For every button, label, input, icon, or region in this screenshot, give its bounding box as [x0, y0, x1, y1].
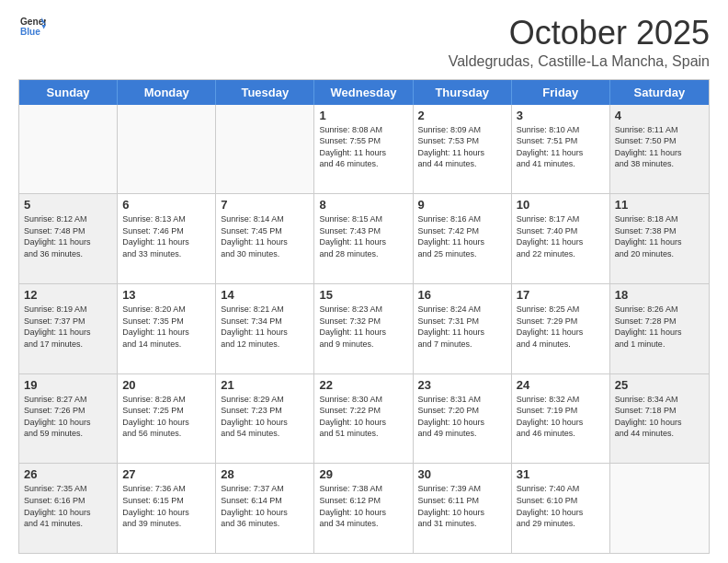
- day-number: 6: [122, 198, 210, 212]
- calendar-cell: 21Sunrise: 8:29 AM Sunset: 7:23 PM Dayli…: [216, 374, 314, 464]
- cell-info: Sunrise: 8:13 AM Sunset: 7:46 PM Dayligh…: [122, 213, 210, 259]
- day-number: 1: [319, 109, 407, 122]
- cell-info: Sunrise: 8:27 AM Sunset: 7:26 PM Dayligh…: [24, 394, 112, 440]
- logo-icon: General Blue: [20, 15, 46, 40]
- cell-info: Sunrise: 8:30 AM Sunset: 7:22 PM Dayligh…: [319, 394, 407, 440]
- page: General Blue October 2025 Valdegrudas, C…: [0, 0, 728, 563]
- day-number: 10: [517, 198, 605, 212]
- title-section: October 2025 Valdegrudas, Castille-La Ma…: [449, 15, 710, 70]
- calendar-cell: [118, 105, 216, 194]
- calendar-cell: 29Sunrise: 7:38 AM Sunset: 6:12 PM Dayli…: [314, 464, 413, 553]
- day-number: 23: [418, 378, 506, 392]
- day-number: 18: [615, 288, 704, 302]
- calendar-cell: 2Sunrise: 8:09 AM Sunset: 7:53 PM Daylig…: [414, 105, 512, 194]
- day-number: 24: [517, 378, 605, 392]
- calendar: SundayMondayTuesdayWednesdayThursdayFrid…: [18, 79, 710, 554]
- cell-info: Sunrise: 7:35 AM Sunset: 6:16 PM Dayligh…: [24, 483, 112, 529]
- calendar-row: 26Sunrise: 7:35 AM Sunset: 6:16 PM Dayli…: [19, 463, 709, 553]
- calendar-cell: [19, 105, 118, 194]
- day-number: 5: [24, 198, 112, 212]
- calendar-cell: 8Sunrise: 8:15 AM Sunset: 7:43 PM Daylig…: [314, 194, 413, 283]
- cell-info: Sunrise: 8:29 AM Sunset: 7:23 PM Dayligh…: [221, 394, 309, 440]
- day-number: 3: [517, 109, 605, 122]
- day-number: 27: [122, 467, 210, 481]
- calendar-cell: 30Sunrise: 7:39 AM Sunset: 6:11 PM Dayli…: [414, 464, 512, 553]
- weekday-header: Thursday: [414, 80, 512, 105]
- calendar-cell: 4Sunrise: 8:11 AM Sunset: 7:50 PM Daylig…: [610, 105, 709, 194]
- day-number: 26: [24, 467, 112, 481]
- cell-info: Sunrise: 8:32 AM Sunset: 7:19 PM Dayligh…: [517, 394, 605, 440]
- cell-info: Sunrise: 8:08 AM Sunset: 7:55 PM Dayligh…: [319, 124, 407, 170]
- calendar-cell: 25Sunrise: 8:34 AM Sunset: 7:18 PM Dayli…: [610, 374, 709, 464]
- cell-info: Sunrise: 7:36 AM Sunset: 6:15 PM Dayligh…: [122, 483, 210, 529]
- day-number: 29: [319, 467, 407, 481]
- day-number: 28: [221, 467, 309, 481]
- weekday-header: Wednesday: [314, 80, 413, 105]
- weekday-header: Monday: [118, 80, 216, 105]
- day-number: 31: [517, 467, 605, 481]
- day-number: 8: [319, 198, 407, 212]
- calendar-cell: 3Sunrise: 8:10 AM Sunset: 7:51 PM Daylig…: [512, 105, 610, 194]
- calendar-cell: 1Sunrise: 8:08 AM Sunset: 7:55 PM Daylig…: [314, 105, 413, 194]
- weekday-header: Tuesday: [216, 80, 314, 105]
- calendar-cell: 5Sunrise: 8:12 AM Sunset: 7:48 PM Daylig…: [19, 194, 118, 283]
- calendar-body: 1Sunrise: 8:08 AM Sunset: 7:55 PM Daylig…: [19, 105, 709, 553]
- calendar-cell: 7Sunrise: 8:14 AM Sunset: 7:45 PM Daylig…: [216, 194, 314, 283]
- day-number: 7: [221, 198, 309, 212]
- calendar-cell: 23Sunrise: 8:31 AM Sunset: 7:20 PM Dayli…: [414, 374, 512, 464]
- cell-info: Sunrise: 7:37 AM Sunset: 6:14 PM Dayligh…: [221, 483, 309, 529]
- cell-info: Sunrise: 8:12 AM Sunset: 7:48 PM Dayligh…: [24, 213, 112, 259]
- day-number: 17: [517, 288, 605, 302]
- day-number: 11: [615, 198, 704, 212]
- calendar-cell: [216, 105, 314, 194]
- weekday-header: Sunday: [19, 80, 118, 105]
- cell-info: Sunrise: 8:19 AM Sunset: 7:37 PM Dayligh…: [24, 304, 112, 350]
- svg-marker-3: [41, 25, 46, 29]
- calendar-cell: 10Sunrise: 8:17 AM Sunset: 7:40 PM Dayli…: [512, 194, 610, 283]
- cell-info: Sunrise: 8:26 AM Sunset: 7:28 PM Dayligh…: [615, 304, 704, 350]
- calendar-cell: 27Sunrise: 7:36 AM Sunset: 6:15 PM Dayli…: [118, 464, 216, 553]
- cell-info: Sunrise: 8:15 AM Sunset: 7:43 PM Dayligh…: [319, 213, 407, 259]
- cell-info: Sunrise: 7:39 AM Sunset: 6:11 PM Dayligh…: [418, 483, 506, 529]
- calendar-cell: 15Sunrise: 8:23 AM Sunset: 7:32 PM Dayli…: [314, 284, 413, 373]
- cell-info: Sunrise: 8:21 AM Sunset: 7:34 PM Dayligh…: [221, 304, 309, 350]
- weekday-header: Saturday: [610, 80, 709, 105]
- calendar-cell: 31Sunrise: 7:40 AM Sunset: 6:10 PM Dayli…: [512, 464, 610, 553]
- cell-info: Sunrise: 8:25 AM Sunset: 7:29 PM Dayligh…: [517, 304, 605, 350]
- cell-info: Sunrise: 7:38 AM Sunset: 6:12 PM Dayligh…: [319, 483, 407, 529]
- cell-info: Sunrise: 8:10 AM Sunset: 7:51 PM Dayligh…: [517, 124, 605, 170]
- calendar-cell: 11Sunrise: 8:18 AM Sunset: 7:38 PM Dayli…: [610, 194, 709, 283]
- location-title: Valdegrudas, Castille-La Mancha, Spain: [449, 53, 710, 70]
- weekday-header: Friday: [512, 80, 610, 105]
- calendar-row: 5Sunrise: 8:12 AM Sunset: 7:48 PM Daylig…: [19, 193, 709, 283]
- cell-info: Sunrise: 8:17 AM Sunset: 7:40 PM Dayligh…: [517, 213, 605, 259]
- calendar-cell: 20Sunrise: 8:28 AM Sunset: 7:25 PM Dayli…: [118, 374, 216, 464]
- cell-info: Sunrise: 8:24 AM Sunset: 7:31 PM Dayligh…: [418, 304, 506, 350]
- calendar-cell: [610, 464, 709, 553]
- calendar-cell: 24Sunrise: 8:32 AM Sunset: 7:19 PM Dayli…: [512, 374, 610, 464]
- calendar-cell: 6Sunrise: 8:13 AM Sunset: 7:46 PM Daylig…: [118, 194, 216, 283]
- day-number: 13: [122, 288, 210, 302]
- month-title: October 2025: [449, 15, 710, 52]
- day-number: 20: [122, 378, 210, 392]
- day-number: 2: [418, 109, 506, 122]
- calendar-cell: 19Sunrise: 8:27 AM Sunset: 7:26 PM Dayli…: [19, 374, 118, 464]
- calendar-cell: 17Sunrise: 8:25 AM Sunset: 7:29 PM Dayli…: [512, 284, 610, 373]
- calendar-row: 12Sunrise: 8:19 AM Sunset: 7:37 PM Dayli…: [19, 283, 709, 373]
- calendar-cell: 16Sunrise: 8:24 AM Sunset: 7:31 PM Dayli…: [414, 284, 512, 373]
- calendar-cell: 9Sunrise: 8:16 AM Sunset: 7:42 PM Daylig…: [414, 194, 512, 283]
- day-number: 25: [615, 378, 704, 392]
- day-number: 4: [615, 109, 704, 122]
- cell-info: Sunrise: 8:34 AM Sunset: 7:18 PM Dayligh…: [615, 394, 704, 440]
- cell-info: Sunrise: 8:16 AM Sunset: 7:42 PM Dayligh…: [418, 213, 506, 259]
- calendar-header: SundayMondayTuesdayWednesdayThursdayFrid…: [19, 80, 709, 105]
- day-number: 21: [221, 378, 309, 392]
- day-number: 30: [418, 467, 506, 481]
- day-number: 14: [221, 288, 309, 302]
- calendar-cell: 14Sunrise: 8:21 AM Sunset: 7:34 PM Dayli…: [216, 284, 314, 373]
- day-number: 22: [319, 378, 407, 392]
- calendar-cell: 12Sunrise: 8:19 AM Sunset: 7:37 PM Dayli…: [19, 284, 118, 373]
- day-number: 9: [418, 198, 506, 212]
- cell-info: Sunrise: 8:31 AM Sunset: 7:20 PM Dayligh…: [418, 394, 506, 440]
- cell-info: Sunrise: 8:14 AM Sunset: 7:45 PM Dayligh…: [221, 213, 309, 259]
